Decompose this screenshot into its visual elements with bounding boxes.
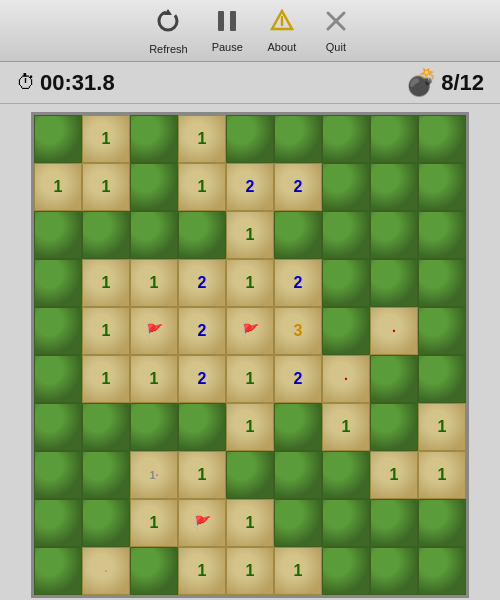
cell-5-2[interactable]: 1 — [130, 355, 178, 403]
cell-2-0[interactable] — [34, 211, 82, 259]
cell-3-8[interactable] — [418, 259, 466, 307]
cell-4-2[interactable]: 🚩 — [130, 307, 178, 355]
cell-5-0[interactable] — [34, 355, 82, 403]
cell-4-7[interactable]: · — [370, 307, 418, 355]
quit-button[interactable]: Quit — [311, 4, 361, 58]
cell-6-5[interactable] — [274, 403, 322, 451]
cell-8-6[interactable] — [322, 499, 370, 547]
cell-7-8[interactable]: 1 — [418, 451, 466, 499]
cell-4-3[interactable]: 2 — [178, 307, 226, 355]
cell-6-4[interactable]: 1 — [226, 403, 274, 451]
cell-1-2[interactable] — [130, 163, 178, 211]
cell-7-7[interactable]: 1 — [370, 451, 418, 499]
cell-8-5[interactable] — [274, 499, 322, 547]
cell-2-7[interactable] — [370, 211, 418, 259]
cell-5-4[interactable]: 1 — [226, 355, 274, 403]
cell-5-3[interactable]: 2 — [178, 355, 226, 403]
refresh-button[interactable]: Refresh — [139, 4, 198, 58]
cell-3-6[interactable] — [322, 259, 370, 307]
cell-3-2[interactable]: 1 — [130, 259, 178, 307]
cell-6-3[interactable] — [178, 403, 226, 451]
cell-0-5[interactable] — [274, 115, 322, 163]
cell-1-5[interactable]: 2 — [274, 163, 322, 211]
cell-8-4[interactable]: 1 — [226, 499, 274, 547]
cell-1-7[interactable] — [370, 163, 418, 211]
cell-2-1[interactable] — [82, 211, 130, 259]
cell-0-8[interactable] — [418, 115, 466, 163]
cell-1-8[interactable] — [418, 163, 466, 211]
cell-3-3[interactable]: 2 — [178, 259, 226, 307]
cell-3-5[interactable]: 2 — [274, 259, 322, 307]
cell-2-4[interactable]: 1 — [226, 211, 274, 259]
cell-9-6[interactable] — [322, 547, 370, 595]
cell-9-5[interactable]: 1 — [274, 547, 322, 595]
cell-1-3[interactable]: 1 — [178, 163, 226, 211]
cell-2-6[interactable] — [322, 211, 370, 259]
cell-1-6[interactable] — [322, 163, 370, 211]
cell-2-2[interactable] — [130, 211, 178, 259]
cell-3-1[interactable]: 1 — [82, 259, 130, 307]
cell-9-1[interactable]: · — [82, 547, 130, 595]
cell-5-6[interactable]: · — [322, 355, 370, 403]
cell-0-0[interactable] — [34, 115, 82, 163]
cell-2-5[interactable] — [274, 211, 322, 259]
cell-2-3[interactable] — [178, 211, 226, 259]
cell-0-2[interactable] — [130, 115, 178, 163]
cell-4-1[interactable]: 1 — [82, 307, 130, 355]
cell-5-5[interactable]: 2 — [274, 355, 322, 403]
cell-8-0[interactable] — [34, 499, 82, 547]
cell-0-7[interactable] — [370, 115, 418, 163]
cell-7-4[interactable] — [226, 451, 274, 499]
cell-9-4[interactable]: 1 — [226, 547, 274, 595]
about-button[interactable]: About — [257, 4, 307, 58]
cell-5-8[interactable] — [418, 355, 466, 403]
cell-8-7[interactable] — [370, 499, 418, 547]
cell-1-0[interactable]: 1 — [34, 163, 82, 211]
cell-7-2[interactable]: 1· — [130, 451, 178, 499]
cell-5-1[interactable]: 1 — [82, 355, 130, 403]
cell-7-3[interactable]: 1 — [178, 451, 226, 499]
cell-6-6[interactable]: 1 — [322, 403, 370, 451]
cell-3-7[interactable] — [370, 259, 418, 307]
cell-1-1[interactable]: 1 — [82, 163, 130, 211]
cell-7-0[interactable] — [34, 451, 82, 499]
cell-8-2[interactable]: 1 — [130, 499, 178, 547]
cell-9-7[interactable] — [370, 547, 418, 595]
cell-6-0[interactable] — [34, 403, 82, 451]
cell-7-5[interactable] — [274, 451, 322, 499]
cell-9-0[interactable] — [34, 547, 82, 595]
mine-count-section: 💣 8/12 — [405, 67, 484, 98]
game-area: 1 1 1 1 1 2 2 1 1 1 2 1 2 — [0, 104, 500, 600]
cell-8-1[interactable] — [82, 499, 130, 547]
cell-9-3[interactable]: 1 — [178, 547, 226, 595]
cell-6-1[interactable] — [82, 403, 130, 451]
cell-0-1[interactable]: 1 — [82, 115, 130, 163]
cell-3-0[interactable] — [34, 259, 82, 307]
cell-9-8[interactable] — [418, 547, 466, 595]
cell-5-7[interactable] — [370, 355, 418, 403]
refresh-icon — [154, 7, 182, 41]
cell-7-1[interactable] — [82, 451, 130, 499]
cell-0-3[interactable]: 1 — [178, 115, 226, 163]
cell-3-4[interactable]: 1 — [226, 259, 274, 307]
cell-0-4[interactable] — [226, 115, 274, 163]
pause-button[interactable]: Pause — [202, 4, 253, 58]
cell-4-0[interactable] — [34, 307, 82, 355]
cell-6-2[interactable] — [130, 403, 178, 451]
cell-8-8[interactable] — [418, 499, 466, 547]
cell-6-8[interactable]: 1 — [418, 403, 466, 451]
cell-4-6[interactable] — [322, 307, 370, 355]
cell-4-8[interactable] — [418, 307, 466, 355]
statusbar: ⏱ 00:31.8 💣 8/12 — [0, 62, 500, 104]
cell-8-3[interactable]: 🚩 — [178, 499, 226, 547]
cell-4-5[interactable]: 3 — [274, 307, 322, 355]
timer-display: 00:31.8 — [40, 70, 115, 96]
svg-point-6 — [281, 15, 283, 17]
cell-7-6[interactable] — [322, 451, 370, 499]
cell-4-4[interactable]: 🚩 — [226, 307, 274, 355]
cell-6-7[interactable] — [370, 403, 418, 451]
cell-2-8[interactable] — [418, 211, 466, 259]
cell-9-2[interactable] — [130, 547, 178, 595]
cell-1-4[interactable]: 2 — [226, 163, 274, 211]
cell-0-6[interactable] — [322, 115, 370, 163]
